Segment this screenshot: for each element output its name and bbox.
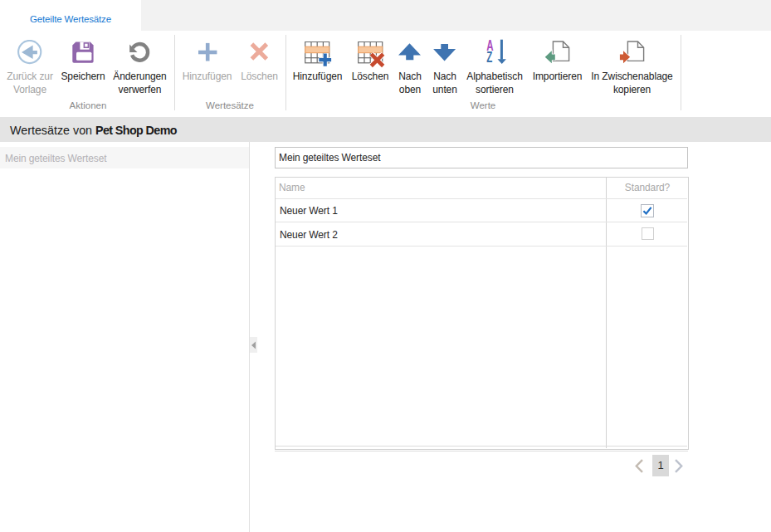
svg-text:Z: Z — [486, 50, 492, 65]
